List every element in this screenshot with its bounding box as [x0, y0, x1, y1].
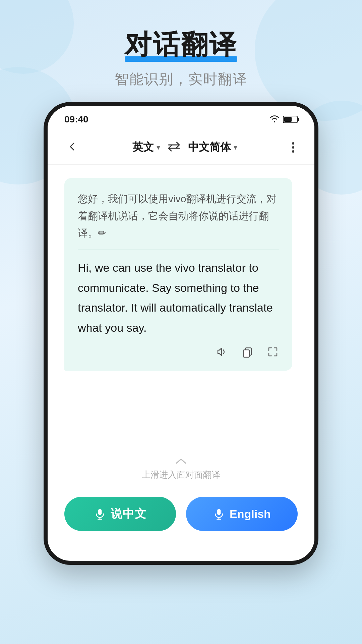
swap-icon[interactable] — [167, 142, 181, 153]
target-lang-selector[interactable]: 中文简体 ▾ — [188, 140, 237, 155]
bubble-actions — [78, 346, 279, 361]
title-area: 对话翻译 智能识别，实时翻译 — [0, 0, 362, 102]
source-lang-label: 英文 — [132, 140, 154, 155]
battery-fill — [284, 117, 292, 122]
mic-english-icon — [213, 508, 225, 520]
speak-english-label: English — [230, 507, 271, 521]
app-header: 英文 ▾ 中文简体 ▾ — [48, 130, 314, 165]
source-lang-arrow: ▾ — [157, 143, 160, 151]
chat-bubble: 您好，我们可以使用vivo翻译机进行交流，对着翻译机说话，它会自动将你说的话进行… — [64, 178, 292, 371]
more-dot-1 — [292, 142, 294, 145]
more-dot-2 — [292, 146, 294, 149]
main-title: 对话翻译 — [125, 27, 237, 63]
svg-rect-5 — [217, 509, 221, 515]
phone-container: 09:40 — [0, 102, 362, 565]
more-button[interactable] — [289, 139, 298, 156]
status-bar: 09:40 — [48, 106, 314, 130]
mic-chinese-icon — [94, 508, 106, 520]
speak-chinese-label: 说中文 — [111, 506, 147, 522]
expand-button[interactable] — [267, 346, 279, 361]
target-lang-arrow: ▾ — [234, 143, 237, 151]
wifi-icon — [269, 115, 280, 124]
more-dot-3 — [292, 150, 294, 153]
phone-mockup: 09:40 — [44, 102, 318, 565]
lang-selector: 英文 ▾ 中文简体 ▾ — [80, 140, 289, 155]
svg-rect-1 — [243, 350, 249, 357]
chat-area: 您好，我们可以使用vivo翻译机进行交流，对着翻译机说话，它会自动将你说的话进行… — [48, 165, 314, 450]
battery-icon — [283, 116, 298, 123]
status-time: 09:40 — [64, 114, 88, 125]
back-button[interactable] — [64, 137, 80, 158]
bottom-hint: 上滑进入面对面翻译 — [48, 450, 314, 487]
bottom-buttons: 说中文 English — [48, 487, 314, 544]
target-lang-label: 中文简体 — [188, 140, 231, 155]
source-lang-selector[interactable]: 英文 ▾ — [132, 140, 160, 155]
status-icons — [269, 115, 298, 124]
bubble-translated-text: Hi, we can use the vivo translator to co… — [78, 258, 279, 338]
sub-title: 智能识别，实时翻译 — [0, 70, 362, 89]
bubble-original-text: 您好，我们可以使用vivo翻译机进行交流，对着翻译机说话，它会自动将你说的话进行… — [78, 190, 279, 250]
copy-button[interactable] — [241, 346, 253, 361]
sound-button[interactable] — [216, 346, 228, 361]
bottom-hint-text: 上滑进入面对面翻译 — [142, 470, 220, 480]
speak-english-button[interactable]: English — [186, 497, 298, 531]
svg-rect-2 — [98, 509, 102, 515]
speak-chinese-button[interactable]: 说中文 — [64, 497, 176, 531]
